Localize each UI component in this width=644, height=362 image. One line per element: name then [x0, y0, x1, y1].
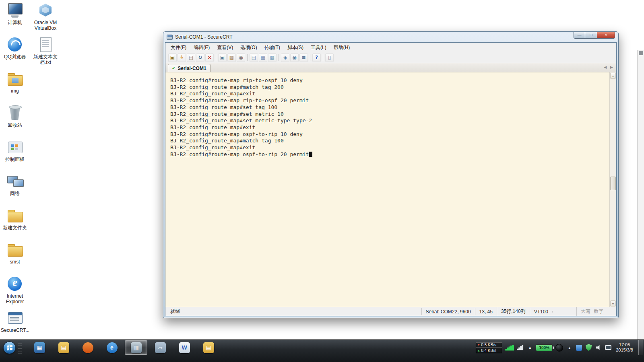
security-shield-icon	[586, 344, 592, 351]
connect-in-tab-icon[interactable]: ▤	[187, 53, 195, 62]
desktop-icons-column-1: 计算机QQ浏览器img回收站控制面板网络新建文件夹smstInternet Ex…	[1, 2, 29, 344]
tray-app-button[interactable]	[576, 344, 582, 351]
menu-item[interactable]: 传输(T)	[261, 43, 284, 52]
recycle-bin[interactable]: 回收站	[1, 105, 29, 136]
internet-explorer[interactable]: Internet Explorer	[1, 276, 29, 307]
app-icon	[167, 35, 173, 40]
desktop-icon-label: SecureCRT...	[1, 327, 29, 333]
tab-scroll-left-icon[interactable]: ◀	[604, 65, 607, 69]
session-options-icon[interactable]: ◈	[281, 53, 289, 62]
my-computer[interactable]: 计算机	[1, 2, 29, 34]
close-button[interactable]: ×	[597, 32, 615, 39]
session-tab[interactable]: ✔ Serial-COM1	[168, 64, 211, 72]
scroll-up-icon[interactable]: ▲	[610, 73, 616, 79]
libraries-folder-glyph: ▤	[61, 344, 66, 351]
desktop-icon-label: smst	[10, 259, 20, 265]
virtualbox[interactable]: Oracle VM VirtualBox	[31, 2, 60, 34]
background-scrollbar-strip[interactable]	[637, 50, 644, 340]
show-desktop-button[interactable]	[638, 340, 643, 355]
new-folder[interactable]: 新建文件夹	[1, 208, 29, 239]
clock-time: 17:05	[616, 342, 633, 348]
tab-scroll-right-icon[interactable]: ▶	[610, 65, 613, 69]
notepad-app[interactable]: ▱	[149, 340, 171, 355]
menu-item[interactable]: 查看(V)	[213, 43, 237, 52]
menu-item[interactable]: 编辑(E)	[190, 43, 213, 52]
menu-item[interactable]: 文件(F)	[167, 43, 190, 52]
new-text-file[interactable]: 新建文本文档.txt	[31, 37, 60, 68]
scroll-down-icon[interactable]: ▼	[610, 300, 616, 306]
control-panel[interactable]: 控制面板	[1, 139, 29, 171]
network-speed-widget[interactable]: ▼ 0.5 KB/s ▲ 0.4 KB/s	[476, 342, 502, 353]
toolbar-separator	[323, 54, 323, 61]
clock[interactable]: 17:05 2015/3/8	[614, 342, 635, 353]
help-icon[interactable]: ?	[312, 53, 321, 62]
ie-browser[interactable]: e	[101, 340, 123, 355]
desktop-icon-label: 网络	[10, 191, 20, 196]
window-body: 文件(F)编辑(E)查看(V)选项(O)传输(T)脚本(S)工具(L)帮助(H)…	[165, 42, 617, 316]
print-preview-icon[interactable]: ▧	[268, 53, 277, 62]
connect-icon[interactable]: ▣	[168, 53, 177, 62]
taskbar-row: ▦▤e▥▱W▤ ▼ 0.5 KB/s ▲ 0.4 KB/s ▲ 100% ▴	[0, 340, 644, 355]
securecrt-app[interactable]: ▥	[125, 340, 147, 355]
paste-icon[interactable]: ▨	[227, 53, 236, 62]
status-cursor-position: 13, 45	[475, 308, 497, 315]
battery-indicator[interactable]: 100%	[536, 344, 553, 351]
ime-icon[interactable]	[555, 344, 563, 352]
global-options-icon[interactable]: ◉	[290, 53, 299, 62]
connected-check-icon: ✔	[172, 66, 175, 71]
img-folder[interactable]: img	[1, 71, 29, 102]
traffic-graph-icon[interactable]	[505, 345, 514, 351]
network[interactable]: 网络	[1, 173, 29, 205]
security-button[interactable]	[585, 344, 592, 351]
disconnect-icon-glyph: ×	[207, 55, 211, 60]
terminal-line: BJ-R2_config_route_map#exit	[170, 124, 609, 131]
hidden-icons-button[interactable]: ▲	[527, 346, 533, 350]
disconnect-icon[interactable]: ×	[205, 53, 214, 62]
keymap-icon[interactable]: ≡	[299, 53, 308, 62]
windows-orb-icon	[3, 341, 16, 354]
copy-icon[interactable]: ▣	[218, 53, 227, 62]
securecrt-shortcut[interactable]: SecureCRT...	[1, 310, 29, 341]
status-bar: 就绪 Serial: COM22, 9600 13, 45 35行,140列 V…	[165, 307, 616, 316]
usb-eject-button[interactable]: ▴	[566, 344, 573, 351]
menu-item[interactable]: 工具(L)	[307, 43, 330, 52]
terminal[interactable]: BJ-R2_config#route-map rip-to-ospf 10 de…	[165, 72, 609, 307]
copy-icon-glyph: ▣	[220, 55, 225, 60]
word-app[interactable]: W	[173, 340, 196, 355]
strip-top-icon	[639, 51, 643, 55]
print-icon[interactable]: ▦	[259, 53, 267, 62]
keymap-icon-glyph: ≡	[301, 55, 305, 60]
find-icon[interactable]: ◎	[237, 53, 245, 62]
explorer-folder[interactable]: ▤	[197, 340, 220, 355]
print-icon-glyph: ▦	[261, 55, 265, 60]
libraries-folder[interactable]: ▤	[52, 340, 75, 355]
title-bar[interactable]: Serial-COM1 - SecureCRT — □ ×	[163, 32, 618, 42]
properties-icon[interactable]: ▯	[325, 53, 334, 62]
smst-folder[interactable]: smst	[1, 242, 29, 273]
start-button[interactable]	[1, 340, 17, 355]
reconnect-icon[interactable]: ↻	[196, 53, 204, 62]
firefox-browser[interactable]	[76, 340, 99, 355]
terminal-scrollbar[interactable]: ▲ ▼	[609, 72, 616, 307]
quick-connect-icon[interactable]: ϟ	[178, 53, 186, 62]
menu-item[interactable]: 帮助(H)	[330, 43, 354, 52]
qq-browser[interactable]: QQ浏览器	[1, 37, 29, 68]
network-status-button[interactable]	[605, 344, 611, 351]
tab-label: Serial-COM1	[178, 66, 206, 71]
explorer-folder-glyph: ▤	[206, 344, 211, 351]
log-session-icon[interactable]: ▤	[250, 53, 258, 62]
remote-desktop-app[interactable]: ▦	[28, 340, 51, 355]
scroll-thumb[interactable]	[610, 177, 616, 190]
desktop-icon-label: Internet Explorer	[1, 293, 29, 304]
terminal-line: BJ-R2_config#route-map rip-to-ospf 10 de…	[170, 77, 609, 84]
scroll-track[interactable]	[610, 79, 616, 300]
minimize-button[interactable]: —	[574, 32, 585, 39]
volume-button[interactable]	[595, 344, 602, 351]
vbox-icon	[37, 2, 54, 19]
network-icon	[6, 173, 23, 189]
menu-item[interactable]: 选项(O)	[237, 43, 260, 52]
signal-bars-icon[interactable]	[517, 345, 524, 350]
libraries-folder-icon: ▤	[58, 342, 69, 353]
maximize-button[interactable]: □	[585, 32, 597, 39]
menu-item[interactable]: 脚本(S)	[284, 43, 307, 52]
